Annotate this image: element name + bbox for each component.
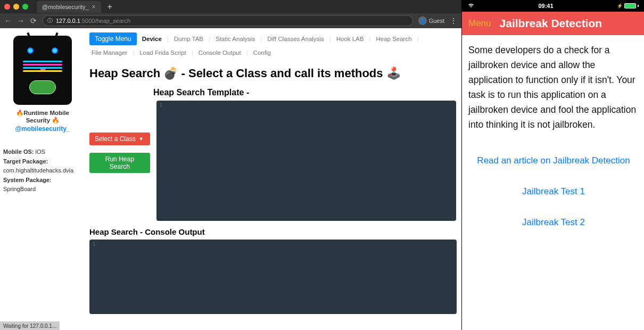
ios-links: Read an article on Jailbreak Detection J… — [468, 155, 639, 228]
browser-menu-icon[interactable]: ⋮ — [450, 16, 457, 25]
titlebar: @mobilesecurity_ × + — [0, 0, 461, 13]
page-title: Heap Search 💣 - Select a Class and call … — [89, 67, 456, 80]
ios-status-bar: 09:41 ⚡ — [462, 0, 644, 12]
select-class-label: Select a Class — [95, 135, 136, 143]
line-number: 1 — [160, 103, 162, 108]
ios-description: Some developers do a check for a jailbro… — [468, 43, 639, 132]
sidebar: ❤ 🔥Runtime Mobile Security 🔥 @mobilesecu… — [0, 28, 85, 330]
ios-device: 09:41 ⚡ Menu Jailbreak Detection Some de… — [462, 0, 644, 330]
nav-hook-lab[interactable]: Hook LAB — [334, 35, 366, 43]
target-value: com.highaltitudehacks.dvia — [3, 166, 82, 176]
tab-close-icon[interactable]: × — [92, 3, 96, 11]
console-output[interactable]: 1 — [89, 240, 457, 314]
nav-static-analysis[interactable]: Static Analysis — [213, 35, 257, 43]
ios-title: Jailbreak Detection — [500, 17, 602, 30]
new-tab-icon[interactable]: + — [108, 2, 112, 12]
sidebar-meta: Mobile OS: iOS Target Package: com.higha… — [3, 147, 82, 194]
reload-icon[interactable]: ⟳ — [30, 16, 37, 25]
url-path: /heap_search — [95, 18, 130, 24]
ios-menu-button[interactable]: Menu — [468, 18, 491, 29]
ios-link-test2[interactable]: Jailbreak Test 2 — [468, 217, 639, 228]
template-row: Select a Class ▼ Run Heap Search 1 — [89, 101, 456, 221]
sidebar-title: 🔥Runtime Mobile Security 🔥 — [3, 109, 82, 124]
console-heading: Heap Search - Console Output — [89, 227, 456, 236]
page-content: ❤ 🔥Runtime Mobile Security 🔥 @mobilesecu… — [0, 28, 461, 330]
ios-nav-bar: Menu Jailbreak Detection — [462, 12, 644, 35]
nav-file-manager[interactable]: File Manager — [89, 48, 129, 57]
url-host: 127.0.0.1 — [56, 18, 80, 24]
select-class-button[interactable]: Select a Class ▼ — [89, 133, 150, 145]
ios-time: 09:41 — [538, 3, 553, 9]
chevron-down-icon: ▼ — [139, 136, 144, 142]
template-heading: Heap Search Template - — [153, 88, 456, 97]
ios-body: Some developers do a check for a jailbro… — [462, 35, 644, 233]
toggle-menu-button[interactable]: Toggle Menu — [89, 32, 137, 45]
wifi-icon — [467, 2, 475, 10]
ios-link-article[interactable]: Read an article on Jailbreak Detection — [468, 155, 639, 166]
nav-dump-tab[interactable]: Dump TAB — [172, 35, 205, 43]
profile-chip[interactable]: 👤 Guest — [418, 16, 444, 25]
template-editor[interactable]: 1 — [156, 101, 456, 221]
nav-config[interactable]: Config — [251, 48, 273, 57]
controls-column: Select a Class ▼ Run Heap Search — [89, 101, 150, 173]
system-value: SpringBoard — [3, 185, 82, 194]
ios-link-test1[interactable]: Jailbreak Test 1 — [468, 186, 639, 197]
browser-tab[interactable]: @mobilesecurity_ × — [37, 1, 101, 13]
battery-icon: ⚡ — [617, 3, 639, 9]
forward-icon[interactable]: → — [17, 16, 24, 25]
browser-window: @mobilesecurity_ × + ← → ⟳ ⓘ 127.0.0.1:5… — [0, 0, 462, 330]
os-label: Mobile OS: — [3, 148, 34, 155]
nav-diff-classes[interactable]: Diff Classes Analysis — [265, 35, 326, 43]
address-field[interactable]: ⓘ 127.0.0.1:5000/heap_search — [43, 15, 413, 26]
main-panel: Toggle Menu Device| Dump TAB| Static Ana… — [85, 28, 461, 330]
nav-console-output[interactable]: Console Output — [196, 48, 243, 57]
sidebar-handle[interactable]: @mobilesecurity_ — [3, 125, 82, 133]
target-label: Target Package: — [3, 158, 48, 164]
nav-heap-search[interactable]: Heap Search — [374, 35, 414, 43]
tab-title: @mobilesecurity_ — [42, 4, 89, 10]
browser-status-bar: Waiting for 127.0.0.1... — [0, 321, 60, 330]
back-icon[interactable]: ← — [4, 16, 12, 25]
guest-avatar-icon: 👤 — [418, 16, 427, 25]
status-text: Waiting for 127.0.0.1... — [3, 323, 56, 329]
guest-label: Guest — [429, 18, 444, 24]
url-port: :5000 — [80, 18, 95, 24]
url-bar: ← → ⟳ ⓘ 127.0.0.1:5000/heap_search 👤 Gue… — [0, 13, 461, 28]
app-logo: ❤ — [13, 36, 72, 105]
minimize-window-icon[interactable] — [13, 4, 19, 10]
nav-device[interactable]: Device — [140, 35, 164, 43]
os-value: iOS — [36, 148, 45, 155]
nav-load-frida[interactable]: Load Frida Script — [137, 48, 188, 57]
site-info-icon[interactable]: ⓘ — [47, 17, 53, 24]
maximize-window-icon[interactable] — [22, 4, 28, 10]
run-heap-search-button[interactable]: Run Heap Search — [89, 153, 150, 173]
system-label: System Package: — [3, 177, 52, 183]
window-controls — [4, 4, 28, 10]
line-number: 1 — [93, 242, 95, 247]
close-window-icon[interactable] — [4, 4, 10, 10]
top-nav: Toggle Menu Device| Dump TAB| Static Ana… — [89, 32, 456, 57]
